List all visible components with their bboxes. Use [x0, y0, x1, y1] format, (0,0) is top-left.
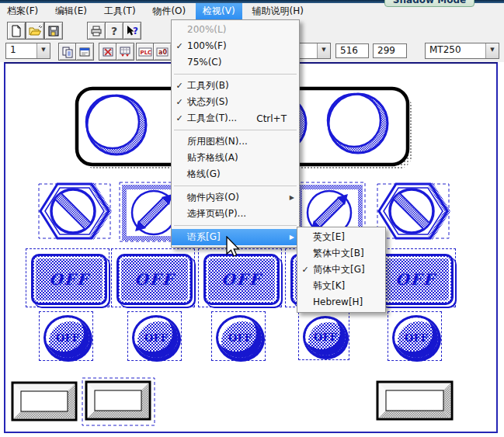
- save-file-icon: [47, 25, 60, 37]
- menu-item-english[interactable]: 英文[E]: [297, 229, 385, 245]
- context-help-icon: ?: [126, 25, 139, 37]
- checkmark-icon: ✓: [297, 265, 313, 275]
- width-field[interactable]: 516: [335, 43, 369, 58]
- menu-item-traditional-chinese[interactable]: 繁体中文[B]: [297, 245, 385, 262]
- menu-tools[interactable]: 工具(T): [97, 3, 143, 19]
- copy-page-button[interactable]: [58, 43, 77, 61]
- plc-button[interactable]: PLC: [136, 43, 155, 61]
- submenu-arrow-icon: ▶: [290, 189, 294, 206]
- svg-text:a0: a0: [158, 49, 167, 56]
- dropdown-arrow-icon[interactable]: ▼: [36, 43, 50, 58]
- new-file-icon: [10, 25, 23, 37]
- menu-separator: [174, 74, 297, 75]
- grid-import-button[interactable]: [116, 43, 134, 61]
- button-label: OFF: [228, 332, 252, 344]
- menu-item-simplified-chinese[interactable]: ✓ 简体中文[G]: [297, 262, 385, 278]
- menu-item-zoom-100[interactable]: ✓ 100%(F): [172, 38, 299, 54]
- menu-item-zoom-75[interactable]: 75%(C): [172, 54, 299, 71]
- off-button-round-4[interactable]: OFF: [298, 312, 349, 360]
- menu-file[interactable]: 档案(F): [0, 3, 45, 19]
- text-tool-button[interactable]: a0: [153, 43, 172, 61]
- button-label: OFF: [49, 270, 89, 289]
- grid-cut-icon: [102, 46, 114, 58]
- help-icon: ?: [109, 25, 120, 37]
- button-label: OFF: [134, 270, 175, 289]
- print-icon: [90, 25, 103, 37]
- svg-text:PLC: PLC: [141, 50, 152, 56]
- height-field[interactable]: 299: [373, 43, 407, 58]
- window-object-button[interactable]: [75, 43, 94, 61]
- menu-item-korean[interactable]: 韩文[K]: [297, 278, 385, 294]
- page-selector-value: 1: [6, 43, 36, 58]
- menu-item-used-pictures[interactable]: 所用图档(N)...: [172, 134, 299, 150]
- off-button-round-3[interactable]: OFF: [211, 311, 266, 361]
- grid-cut-button[interactable]: [99, 43, 117, 61]
- menu-item-toolbox[interactable]: ✓ 工具盒(T)... Ctrl+T: [172, 110, 299, 127]
- bevel-rect-1[interactable]: [11, 381, 81, 425]
- off-button-round-2[interactable]: OFF: [127, 311, 182, 361]
- menu-edit[interactable]: 编辑(E): [48, 3, 94, 19]
- button-label: OFF: [314, 331, 337, 343]
- bevel-rect-2[interactable]: [82, 377, 156, 427]
- menu-object[interactable]: 物件(O): [145, 3, 193, 19]
- menu-item-grid[interactable]: 格线(G): [172, 166, 299, 182]
- about-help-button[interactable]: ?: [105, 22, 123, 40]
- text-tool-icon: a0: [156, 46, 169, 58]
- svg-text:?: ?: [133, 26, 138, 36]
- button-label: OFF: [221, 270, 262, 289]
- open-file-icon: [29, 25, 42, 37]
- shortcut-label: Ctrl+T: [256, 113, 287, 124]
- menu-item-select-page[interactable]: 选择页码(P)...: [172, 206, 299, 222]
- dropdown-arrow-icon[interactable]: ▼: [485, 43, 499, 58]
- menu-help[interactable]: 辅助说明(H): [245, 3, 310, 19]
- off-button-round-1[interactable]: OFF: [39, 311, 93, 361]
- button-label: OFF: [144, 332, 168, 344]
- menu-item-snap-grid[interactable]: 贴齐格线(A): [172, 150, 299, 166]
- window-object-icon: [78, 46, 91, 58]
- checkmark-icon: ✓: [172, 97, 187, 107]
- menu-item-toolbar[interactable]: ✓ 工具列(B): [172, 78, 299, 94]
- hex-switch-1[interactable]: [36, 179, 113, 245]
- menu-item-hebrew[interactable]: Hebrew[H]: [297, 294, 385, 310]
- page-selector[interactable]: 1 ▼: [5, 43, 50, 59]
- submenu-arrow-icon: ▶: [290, 229, 294, 245]
- off-button-rect-1[interactable]: OFF: [26, 248, 109, 307]
- button-label: OFF: [405, 332, 428, 344]
- open-file-button[interactable]: [26, 22, 44, 40]
- menu-view[interactable]: 检视(V): [196, 3, 242, 19]
- new-file-button[interactable]: [7, 22, 26, 40]
- model-selector[interactable]: MT250 ▼: [425, 43, 499, 59]
- shadow-mode-button[interactable]: Shadow Mode: [384, 0, 474, 7]
- context-help-button[interactable]: ?: [123, 22, 141, 40]
- svg-text:?: ?: [111, 25, 117, 37]
- menu-item-object-attributes[interactable]: 物件内容(O) ▶: [172, 189, 299, 206]
- plc-icon: PLC: [138, 46, 152, 58]
- grid-import-icon: [119, 46, 131, 58]
- model-selector-value: MT250: [426, 43, 485, 58]
- bevel-rect-3[interactable]: [376, 380, 457, 424]
- menu-separator: [174, 130, 297, 130]
- menu-separator: [174, 186, 297, 186]
- checkmark-icon: ✓: [172, 41, 187, 51]
- menu-separator: [174, 225, 297, 226]
- mouse-cursor-icon: [225, 236, 242, 259]
- language-submenu-panel: 英文[E] 繁体中文[B] ✓ 简体中文[G] 韩文[K] Hebrew[H]: [297, 227, 386, 313]
- copy-page-icon: [61, 46, 74, 58]
- checkmark-icon: ✓: [172, 113, 187, 123]
- button-label: OFF: [395, 270, 436, 289]
- hex-switch-2[interactable]: [374, 179, 452, 245]
- button-label: OFF: [56, 332, 79, 344]
- view-menu-panel: 200%(L) ✓ 100%(F) 75%(C) ✓ 工具列(B) ✓ 状态列(…: [171, 19, 300, 248]
- dropdown-arrow-icon[interactable]: ▼: [317, 43, 330, 58]
- checkmark-icon: ✓: [172, 81, 187, 91]
- off-button-rect-2[interactable]: OFF: [111, 248, 195, 307]
- menu-item-zoom-200: 200%(L): [172, 22, 299, 38]
- print-button[interactable]: [87, 22, 106, 40]
- off-button-round-5[interactable]: OFF: [388, 311, 442, 361]
- menu-item-statusbar[interactable]: ✓ 状态列(S): [172, 94, 299, 110]
- application-window: Shadow Mode 档案(F) 编辑(E) 工具(T) 物件(O) 检视(V…: [0, 0, 504, 437]
- save-file-button[interactable]: [44, 22, 63, 40]
